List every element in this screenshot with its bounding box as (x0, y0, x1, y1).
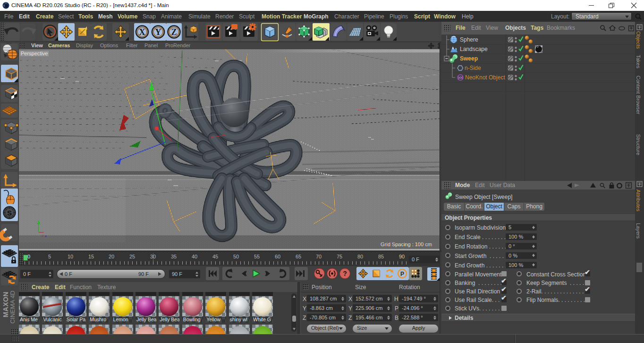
svg-text:?: ? (343, 270, 347, 277)
svg-text:X: X (139, 27, 145, 37)
svg-text:Sweep: Sweep (460, 55, 478, 62)
svg-text:Y: Y (155, 27, 161, 37)
svg-text:P: P (400, 271, 404, 277)
svg-text:Landscape: Landscape (460, 46, 488, 52)
svg-text:Z: Z (171, 27, 177, 37)
svg-text:n-Side: n-Side (465, 65, 481, 71)
svg-text:Sphere: Sphere (460, 36, 478, 43)
svg-text:S: S (7, 209, 12, 217)
svg-text:NeoKnot Object: NeoKnot Object (465, 74, 505, 81)
